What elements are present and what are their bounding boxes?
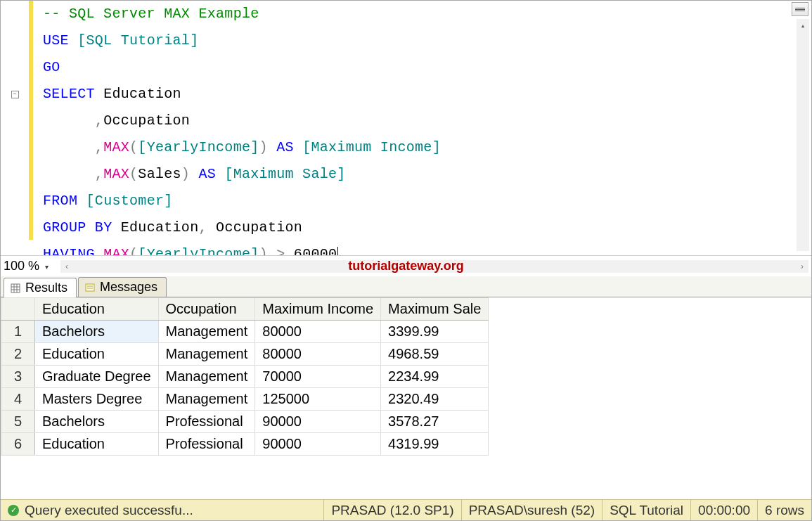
text-cursor [337, 247, 338, 255]
cell[interactable]: 3399.99 [381, 321, 489, 343]
lit-db: [SQL Tutorial] [77, 32, 198, 49]
col-header[interactable]: Maximum Income [255, 298, 381, 321]
code-comment: -- SQL Server MAX Example [43, 6, 259, 22]
messages-icon [84, 282, 96, 293]
paren: ) [181, 166, 190, 182]
status-bar: ✓ Query executed successfu... PRASAD (12… [1, 499, 811, 520]
col-yearly: [YearlyIncome] [138, 139, 259, 155]
status-database: SQL Tutorial [602, 500, 690, 520]
cell[interactable]: 2320.49 [381, 388, 489, 411]
cell[interactable]: Management [158, 343, 255, 366]
svg-rect-0 [11, 284, 20, 292]
comma: , [95, 166, 103, 182]
tab-messages[interactable]: Messages [78, 277, 167, 297]
status-server: PRASAD (12.0 SP1) [323, 500, 460, 520]
cell[interactable]: 2234.99 [381, 366, 489, 388]
table-row[interactable]: 1BachelorsManagement800003399.99 [1, 321, 489, 343]
paren: ) [259, 246, 268, 255]
col-occupation: Occupation [216, 219, 302, 236]
status-user: PRASAD\suresh (52) [461, 500, 602, 520]
cell[interactable]: 80000 [255, 321, 381, 343]
comma: , [198, 219, 207, 236]
table-row[interactable]: 5BachelorsProfessional900003578.27 [1, 411, 489, 433]
cell[interactable]: 80000 [255, 343, 381, 366]
cell[interactable]: Education [35, 343, 159, 366]
status-rowcount: 6 rows [757, 500, 811, 520]
cell[interactable]: 4319.99 [381, 433, 489, 456]
table-row[interactable]: 6EducationProfessional900004319.99 [1, 433, 489, 456]
cell[interactable]: Education [35, 433, 159, 456]
cell[interactable]: Bachelors [35, 411, 159, 433]
kw-from: FROM [43, 193, 77, 209]
tab-results-label: Results [25, 281, 67, 295]
cell[interactable]: 3578.27 [381, 411, 489, 433]
paren: ( [129, 246, 138, 255]
kw-go: GO [43, 59, 60, 75]
cell[interactable]: 90000 [255, 411, 381, 433]
row-number[interactable]: 2 [1, 343, 35, 366]
cell[interactable]: Graduate Degree [35, 366, 159, 388]
cell[interactable]: Masters Degree [35, 388, 159, 411]
cell[interactable]: Management [158, 388, 255, 411]
row-number[interactable]: 5 [1, 411, 35, 433]
change-marker [29, 1, 33, 240]
fold-toggle-icon[interactable]: − [11, 91, 19, 98]
grid-icon [10, 283, 21, 294]
cell[interactable]: 90000 [255, 433, 381, 456]
col-header[interactable]: Occupation [158, 298, 255, 321]
col-header[interactable]: Education [35, 298, 159, 321]
paren: ( [129, 139, 138, 155]
scroll-left-icon[interactable]: ‹ [60, 262, 73, 271]
sql-editor[interactable]: − -- SQL Server MAX Example USE [SQL Tut… [1, 1, 811, 255]
grid-header-row: Education Occupation Maximum Income Maxi… [1, 298, 489, 321]
alias-maxsale: [Maximum Sale] [224, 166, 345, 182]
scroll-right-icon[interactable]: › [796, 262, 808, 271]
table-row[interactable]: 3Graduate DegreeManagement700002234.99 [1, 366, 489, 388]
tbl-customer: [Customer] [86, 193, 173, 209]
kw-by: BY [95, 219, 112, 236]
cell[interactable]: 4968.59 [381, 343, 489, 366]
paren: ( [129, 166, 138, 182]
zoom-bar: 100 % ▾ ‹› tutorialgateway.org [1, 255, 811, 276]
col-header[interactable]: Maximum Sale [381, 298, 489, 321]
cell[interactable]: Bachelors [35, 321, 159, 343]
cell[interactable]: 70000 [255, 366, 381, 388]
col-education: Education [103, 86, 181, 102]
results-grid[interactable]: Education Occupation Maximum Income Maxi… [1, 297, 489, 456]
col-education: Education [121, 219, 199, 236]
kw-having: HAVING [43, 246, 95, 255]
vertical-scrollbar[interactable]: ▴ [797, 19, 809, 251]
table-row[interactable]: 2EducationManagement800004968.59 [1, 343, 489, 366]
table-row[interactable]: 4Masters DegreeManagement1250002320.49 [1, 388, 489, 411]
kw-as: AS [276, 139, 294, 155]
row-number[interactable]: 1 [1, 321, 35, 343]
code-content[interactable]: -- SQL Server MAX Example USE [SQL Tutor… [29, 1, 811, 255]
cell[interactable]: Management [158, 321, 255, 343]
tab-results[interactable]: Results [4, 278, 77, 297]
alias-maxincome: [Maximum Income] [302, 139, 441, 155]
svg-rect-5 [86, 284, 94, 291]
row-number[interactable]: 4 [1, 388, 35, 411]
col-sales: Sales [138, 166, 181, 182]
lit-60000: 60000 [294, 246, 337, 255]
status-time: 00:00:00 [690, 500, 757, 520]
fn-max: MAX [103, 166, 129, 182]
zoom-dropdown-icon[interactable]: ▾ [45, 262, 58, 271]
paren: ) [259, 139, 268, 155]
cell[interactable]: Professional [158, 411, 255, 433]
kw-as: AS [198, 166, 216, 182]
cell[interactable]: Management [158, 366, 255, 388]
kw-select: SELECT [43, 86, 95, 102]
cell[interactable]: 125000 [255, 388, 381, 411]
kw-group: GROUP [43, 219, 86, 236]
split-handle-icon[interactable] [792, 2, 808, 16]
col-occupation: Occupation [103, 112, 190, 129]
fn-max: MAX [103, 246, 129, 255]
scroll-up-icon[interactable]: ▴ [797, 19, 809, 32]
results-tabs: Results Messages [1, 276, 811, 297]
cell[interactable]: Professional [158, 433, 255, 456]
row-number[interactable]: 3 [1, 366, 35, 388]
row-number[interactable]: 6 [1, 433, 35, 456]
results-grid-area[interactable]: Education Occupation Maximum Income Maxi… [1, 297, 811, 499]
comma: , [95, 112, 103, 129]
